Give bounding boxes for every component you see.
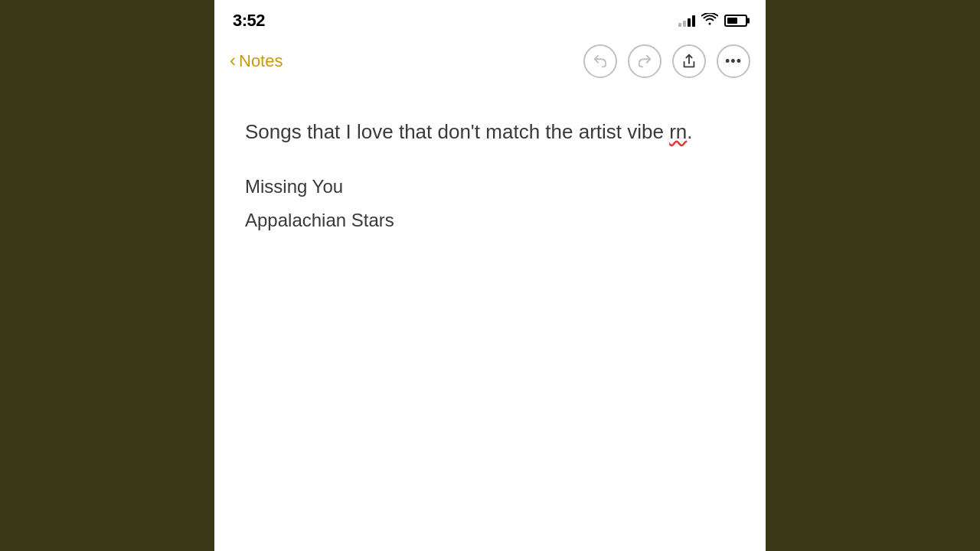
redo-button[interactable] xyxy=(628,44,662,78)
back-button[interactable]: ‹ Notes xyxy=(230,51,283,71)
status-icons xyxy=(678,13,747,29)
status-time: 3:52 xyxy=(233,11,265,31)
undo-icon xyxy=(592,53,609,70)
left-panel xyxy=(0,0,214,551)
share-icon xyxy=(681,53,697,70)
right-panel xyxy=(766,0,980,551)
wifi-icon xyxy=(701,13,718,29)
nav-bar: ‹ Notes xyxy=(214,38,766,87)
misspelled-word: rn xyxy=(669,120,687,143)
battery-icon xyxy=(724,15,747,27)
share-button[interactable] xyxy=(672,44,706,78)
note-title: Songs that I love that don't match the a… xyxy=(245,118,735,145)
more-button[interactable]: ••• xyxy=(717,44,750,78)
ellipsis-icon: ••• xyxy=(725,54,742,70)
nav-actions: ••• xyxy=(583,44,750,78)
note-content: Songs that I love that don't match the a… xyxy=(214,87,766,551)
back-label: Notes xyxy=(239,51,283,71)
redo-icon xyxy=(636,53,653,70)
status-bar: 3:52 xyxy=(214,0,766,38)
phone-screen: 3:52 xyxy=(214,0,766,551)
undo-button[interactable] xyxy=(583,44,617,78)
signal-icon xyxy=(678,15,695,27)
note-list: Missing You Appalachian Stars xyxy=(245,170,735,236)
list-item: Appalachian Stars xyxy=(245,204,735,236)
chevron-left-icon: ‹ xyxy=(230,51,236,70)
list-item: Missing You xyxy=(245,170,735,203)
